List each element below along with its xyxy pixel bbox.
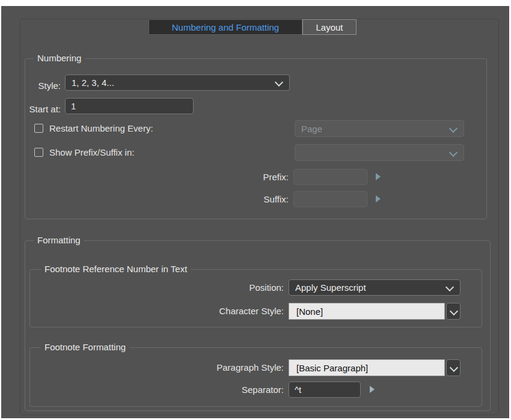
- position-label: Position:: [182, 279, 284, 296]
- tab-layout-label: Layout: [316, 22, 343, 32]
- character-style-dropdown[interactable]: [None]: [289, 303, 445, 320]
- suffix-flyout-arrow-icon[interactable]: [376, 195, 381, 202]
- footnote-reference-group-label: Footnote Reference Number in Text: [41, 264, 191, 274]
- footnote-formatting-group: Footnote Formatting: [29, 347, 482, 407]
- show-prefix-suffix-checkbox[interactable]: [34, 148, 43, 157]
- style-label: Style:: [10, 78, 61, 94]
- prefix-label: Prefix:: [240, 169, 289, 185]
- footnote-formatting-group-label: Footnote Formatting: [41, 342, 129, 352]
- paragraph-style-dropdown[interactable]: [Basic Paragraph]: [289, 359, 445, 376]
- paragraph-style-dropdown-value: [Basic Paragraph]: [296, 363, 368, 373]
- paragraph-style-label: Paragraph Style:: [182, 359, 284, 376]
- position-dropdown-value: Apply Superscript: [295, 282, 366, 293]
- prefix-input[interactable]: [293, 169, 367, 185]
- formatting-group-label: Formatting: [34, 235, 84, 245]
- chevron-down-icon: [275, 78, 283, 87]
- tab-layout[interactable]: Layout: [302, 19, 356, 35]
- start-at-label: Start at:: [10, 101, 61, 117]
- character-style-label: Character Style:: [182, 303, 284, 320]
- separator-input[interactable]: [289, 382, 361, 398]
- chevron-down-icon: [449, 124, 457, 133]
- chevron-down-icon: [445, 283, 454, 291]
- start-at-input[interactable]: [65, 98, 194, 114]
- position-dropdown[interactable]: Apply Superscript: [289, 279, 461, 296]
- restart-numbering-dropdown[interactable]: Page: [295, 120, 464, 137]
- character-style-dropdown-value: [None]: [296, 306, 323, 317]
- tab-numbering-and-formatting-label: Numbering and Formatting: [172, 22, 279, 32]
- restart-numbering-checkbox[interactable]: [34, 124, 43, 133]
- tab-numbering-and-formatting[interactable]: Numbering and Formatting: [148, 19, 302, 35]
- style-dropdown-value: 1, 2, 3, 4...: [72, 78, 114, 88]
- show-prefix-suffix-label: Show Prefix/Suffix in:: [49, 147, 134, 157]
- footnote-options-dialog: Numbering and Formatting Layout Numberin…: [0, 0, 511, 420]
- paragraph-style-dropdown-button[interactable]: [446, 359, 461, 376]
- numbering-group-label: Numbering: [34, 53, 85, 63]
- style-dropdown[interactable]: 1, 2, 3, 4...: [65, 75, 290, 91]
- suffix-input[interactable]: [293, 191, 367, 207]
- chevron-down-icon: [450, 364, 458, 372]
- separator-flyout-arrow-icon[interactable]: [370, 386, 375, 393]
- character-style-dropdown-button[interactable]: [446, 303, 461, 320]
- dialog-background: Numbering and Formatting Layout Numberin…: [1, 6, 509, 418]
- chevron-down-icon: [450, 307, 458, 315]
- suffix-label: Suffix:: [240, 191, 289, 207]
- restart-numbering-dropdown-value: Page: [301, 124, 322, 134]
- chevron-down-icon: [449, 148, 457, 157]
- show-prefix-suffix-dropdown[interactable]: [295, 144, 464, 161]
- prefix-flyout-arrow-icon[interactable]: [376, 173, 381, 180]
- restart-numbering-label: Restart Numbering Every:: [49, 123, 153, 133]
- separator-label: Separator:: [182, 382, 284, 398]
